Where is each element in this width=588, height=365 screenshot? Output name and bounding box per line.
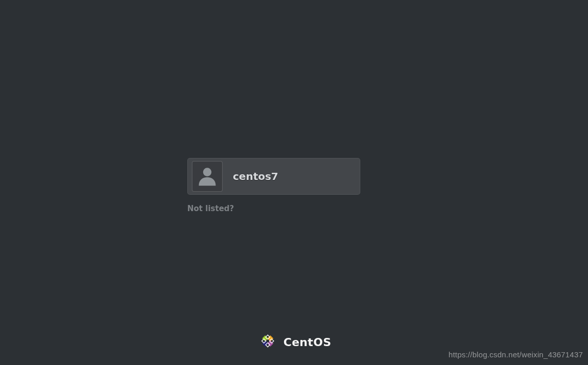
watermark-text: https://blog.csdn.net/weixin_43671437 <box>448 350 583 359</box>
person-icon <box>196 164 219 189</box>
avatar <box>192 161 223 192</box>
login-user-list: centos7 Not listed? <box>187 158 360 213</box>
os-brand: CentOS <box>257 330 332 354</box>
user-select-centos7[interactable]: centos7 <box>187 158 360 195</box>
username-label: centos7 <box>233 170 278 182</box>
os-brand-name: CentOS <box>284 336 332 349</box>
not-listed-link[interactable]: Not listed? <box>187 204 360 213</box>
centos-logo-icon <box>257 330 278 354</box>
svg-point-0 <box>203 168 212 176</box>
